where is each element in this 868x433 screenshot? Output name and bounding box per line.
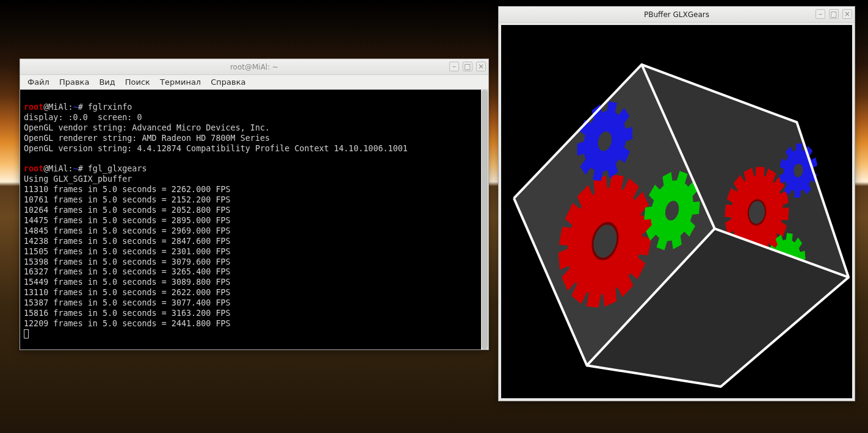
fps-line: 16327 frames in 5.0 seconds = 3265.400 F… [24,267,231,276]
output-line: OpenGL renderer string: AMD Radeon HD 78… [24,134,270,143]
glxgears-title: PBuffer GLXGears [644,10,709,19]
menu-search[interactable]: Поиск [121,76,154,88]
fps-line: 15387 frames in 5.0 seconds = 3077.400 F… [24,298,231,307]
close-button[interactable]: × [842,9,852,19]
glxgears-titlebar[interactable]: PBuffer GLXGears – □ × [499,7,855,23]
maximize-button[interactable]: □ [829,9,839,19]
output-line: display: :0.0 screen: 0 [24,113,142,122]
menu-terminal[interactable]: Терминал [156,76,204,88]
prompt-path: ~ [73,164,78,173]
terminal-menubar: Файл Правка Вид Поиск Терминал Справка [20,75,488,90]
terminal-output[interactable]: root@MiAl:~# fglrxinfo display: :0.0 scr… [20,90,488,349]
menu-edit[interactable]: Правка [56,76,93,88]
glxgears-window-controls: – □ × [816,9,852,19]
fps-line: 15816 frames in 5.0 seconds = 3163.200 F… [24,309,231,318]
menu-file[interactable]: Файл [24,76,53,88]
fps-line: 10761 frames in 5.0 seconds = 2152.200 F… [24,195,231,204]
terminal-titlebar[interactable]: root@MiAl: ~ – □ × [20,59,488,75]
command-fgl-glxgears: fgl_glxgears [88,164,147,173]
fps-line: 14238 frames in 5.0 seconds = 2847.600 F… [24,237,231,246]
fps-line: 14475 frames in 5.0 seconds = 2895.000 F… [24,216,231,225]
prompt-host: MiAl [48,164,68,173]
menu-view[interactable]: Вид [95,76,118,88]
glxgears-canvas[interactable] [501,25,852,398]
maximize-button[interactable]: □ [463,62,472,71]
fps-line: 11505 frames in 5.0 seconds = 2301.000 F… [24,247,231,256]
fps-line: 10264 frames in 5.0 seconds = 2052.800 F… [24,206,231,215]
menu-help[interactable]: Справка [207,76,249,88]
glxgears-scene [501,25,852,398]
fps-line: 13110 frames in 5.0 seconds = 2622.000 F… [24,288,231,297]
prompt-path: ~ [73,102,78,112]
output-line: Using GLX_SGIX_pbuffer [24,174,132,184]
terminal-window-controls: – □ × [449,62,486,71]
minimize-button[interactable]: – [816,9,825,19]
terminal-title: root@MiAl: ~ [230,63,278,71]
prompt-user: root [24,102,43,112]
prompt-host: MiAl [48,102,68,112]
prompt-user: root [24,164,43,173]
minimize-button[interactable]: – [449,62,459,71]
output-line: OpenGL vendor string: Advanced Micro Dev… [24,123,270,132]
close-button[interactable]: × [476,62,486,71]
scrollbar-thumb[interactable] [482,90,488,349]
glxgears-window: PBuffer GLXGears – □ × [498,6,855,401]
fps-line: 11310 frames in 5.0 seconds = 2262.000 F… [24,185,231,194]
fps-line: 12209 frames in 5.0 seconds = 2441.800 F… [24,319,231,328]
fps-line: 15398 frames in 5.0 seconds = 3079.600 F… [24,257,231,267]
terminal-scrollbar[interactable] [481,90,488,349]
fps-line: 15449 frames in 5.0 seconds = 3089.800 F… [24,277,231,287]
command-fglrxinfo: fglrxinfo [88,102,132,112]
fps-line: 14845 frames in 5.0 seconds = 2969.000 F… [24,226,231,235]
output-line: OpenGL version string: 4.4.12874 Compati… [24,144,408,153]
terminal-window: root@MiAl: ~ – □ × Файл Правка Вид Поиск… [20,59,489,350]
terminal-cursor [24,329,29,338]
